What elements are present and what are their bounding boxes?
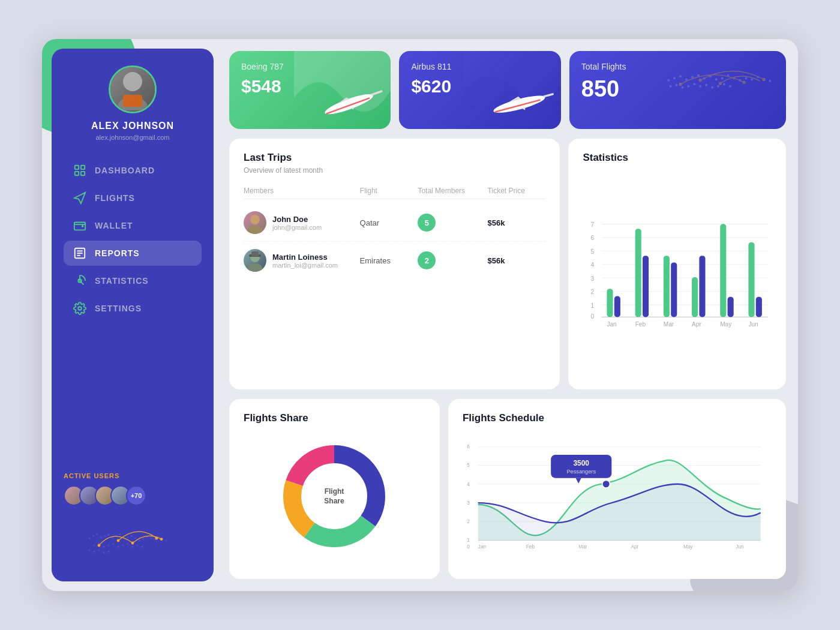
svg-point-86: [670, 85, 672, 88]
svg-point-92: [706, 84, 708, 86]
sidebar-item-reports[interactable]: REPORTS: [64, 241, 202, 266]
sidebar-item-dashboard[interactable]: DASHBOARD: [64, 158, 202, 183]
svg-point-93: [711, 86, 713, 89]
svg-point-96: [729, 85, 731, 88]
svg-point-46: [88, 549, 90, 551]
svg-point-16: [96, 533, 98, 535]
last-trips-subtitle: Overview of latest month: [244, 166, 545, 175]
bar-chart-area: 7 6 5 4 3 2 1 0: [583, 166, 772, 376]
donut-container: Flight Share: [244, 427, 425, 566]
boeing-label: Boeing 787: [241, 62, 379, 71]
svg-point-28: [142, 538, 144, 540]
last-trips-title: Last Trips: [244, 152, 545, 164]
member-info-john: John Doe john@gmail.com: [244, 211, 360, 234]
svg-point-99: [699, 79, 702, 82]
nav-label-dashboard: DASHBOARD: [95, 166, 155, 175]
svg-point-76: [715, 78, 718, 80]
svg-point-29: [146, 536, 148, 538]
svg-text:1: 1: [467, 538, 470, 543]
svg-rect-134: [749, 242, 755, 317]
svg-rect-7: [74, 223, 85, 230]
svg-text:Apr: Apr: [692, 321, 701, 328]
svg-point-54: [160, 538, 163, 541]
nav-label-statistics: STATISTICS: [95, 276, 149, 286]
svg-text:Jan: Jan: [607, 321, 617, 328]
flights-share-card: Flights Share: [229, 399, 440, 579]
svg-point-41: [122, 544, 124, 546]
sidebar-item-wallet[interactable]: WALLET: [64, 213, 202, 238]
svg-point-77: [721, 77, 724, 79]
card-airbus: Airbus 811 $620: [399, 51, 560, 129]
member-info-martin: Martin Loiness martin_loi@gmail.com: [244, 249, 360, 272]
card-total: Total Flights 850: [569, 51, 786, 129]
svg-text:Feb: Feb: [635, 321, 646, 328]
col-members: Members: [244, 187, 360, 195]
avatar: [109, 65, 157, 113]
svg-text:2: 2: [591, 289, 595, 295]
svg-rect-128: [664, 256, 670, 317]
svg-rect-5: [75, 172, 79, 175]
sidebar-item-statistics[interactable]: STATISTICS: [64, 268, 202, 293]
svg-point-17: [100, 536, 102, 538]
svg-text:7: 7: [591, 221, 595, 228]
statistics-title: Statistics: [583, 152, 772, 164]
bar-chart-svg: 7 6 5 4 3 2 1 0: [583, 166, 772, 376]
svg-point-22: [119, 533, 121, 535]
svg-point-146: [303, 465, 365, 527]
total-badge-martin: 2: [418, 251, 436, 269]
svg-text:May: May: [683, 544, 693, 550]
svg-point-44: [136, 544, 138, 546]
main-content: Boeing 787 $548: [223, 39, 798, 591]
svg-rect-131: [700, 256, 706, 317]
svg-text:6: 6: [591, 235, 595, 241]
svg-rect-4: [81, 166, 85, 169]
svg-point-69: [674, 77, 676, 79]
price-martin: $56k: [488, 256, 546, 265]
svg-text:3: 3: [467, 500, 470, 506]
col-flight: Flight: [360, 187, 418, 195]
svg-point-97: [679, 83, 682, 86]
flights-schedule-card: Flights Schedule 6 5 4 3 2 1 0: [448, 399, 786, 579]
svg-point-87: [676, 84, 678, 86]
svg-rect-125: [614, 296, 620, 317]
flights-schedule-title: Flights Schedule: [463, 412, 772, 424]
svg-point-51: [98, 544, 101, 547]
svg-rect-135: [756, 297, 762, 317]
flights-share-title: Flights Share: [244, 412, 308, 424]
svg-text:3: 3: [591, 275, 595, 282]
svg-text:May: May: [721, 321, 733, 328]
svg-point-27: [139, 539, 140, 541]
flight-emirates: Emirates: [360, 256, 418, 265]
svg-text:4: 4: [591, 262, 595, 268]
svg-text:4: 4: [467, 482, 470, 487]
avatar-john: [244, 211, 266, 234]
svg-point-15: [92, 535, 94, 536]
svg-rect-129: [671, 262, 677, 317]
svg-point-34: [165, 539, 167, 541]
svg-point-35: [93, 544, 95, 546]
svg-rect-65: [542, 93, 554, 98]
svg-rect-106: [251, 251, 259, 256]
member-email-john: john@gmail.com: [272, 224, 322, 231]
airbus-label: Airbus 811: [411, 62, 548, 71]
svg-text:6: 6: [467, 444, 470, 449]
svg-text:Jun: Jun: [736, 544, 744, 550]
svg-rect-127: [643, 256, 649, 317]
svg-text:1: 1: [591, 302, 595, 309]
svg-point-39: [112, 543, 114, 545]
user-name: ALEX JOHNSON: [91, 121, 174, 131]
sidebar-map: [64, 519, 202, 569]
user-email: alex.johnson@gmail.com: [95, 134, 169, 141]
svg-point-90: [694, 83, 696, 85]
member-name-john: John Doe: [272, 215, 322, 224]
svg-point-24: [127, 536, 128, 538]
flight-qatar: Qatar: [360, 218, 418, 227]
svg-point-70: [679, 75, 682, 77]
sidebar-item-flights[interactable]: FLIGHTS: [64, 185, 202, 211]
svg-text:Pessangers: Pessangers: [566, 469, 596, 475]
svg-point-102: [250, 215, 260, 224]
active-users-avatars: +70: [64, 485, 146, 506]
avatar-martin: [244, 249, 266, 272]
svg-point-25: [131, 535, 133, 536]
sidebar-item-settings[interactable]: SETTINGS: [64, 296, 202, 321]
